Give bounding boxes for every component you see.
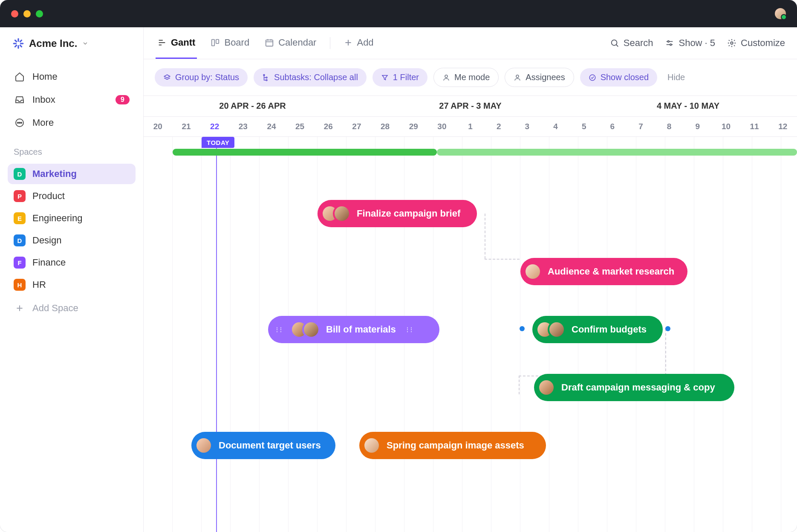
svg-point-1 [17,122,18,123]
gear-icon [727,38,736,48]
tab-calendar[interactable]: Calendar [263,28,318,59]
sprint-bar[interactable] [173,149,437,156]
nav-inbox-label: Inbox [32,94,55,105]
day-header[interactable]: 11 [740,117,769,136]
space-item-finance[interactable]: FFinance [8,252,136,273]
day-header[interactable]: 9 [683,117,712,136]
layers-icon [163,74,171,81]
day-header[interactable]: 29 [399,117,428,136]
space-item-hr[interactable]: HHR [8,275,136,295]
day-header[interactable]: 27 [343,117,371,136]
day-header[interactable]: 28 [371,117,399,136]
svg-point-15 [516,75,519,78]
minimize-window-icon[interactable] [23,10,31,17]
space-item-product[interactable]: PProduct [8,186,136,206]
task-bar[interactable]: Document target users [191,432,335,459]
check-circle-icon [589,74,596,81]
day-header[interactable]: 30 [428,117,456,136]
space-icon: H [14,279,26,291]
day-header[interactable]: 3 [513,117,542,136]
search-button[interactable]: Search [610,38,653,49]
space-label: Finance [32,257,66,268]
spaces-section-label: Spaces [0,134,143,162]
space-item-marketing[interactable]: DMarketing [8,164,136,184]
customize-button[interactable]: Customize [727,38,785,49]
workspace-switcher[interactable]: Acme Inc. [0,27,143,59]
assignee-avatar[interactable] [537,379,555,396]
day-header[interactable]: 25 [286,117,314,136]
plus-icon [14,304,26,312]
current-user-avatar[interactable] [775,8,786,19]
task-label: Confirm budgets [572,324,647,335]
task-bar[interactable]: Finalize campaign brief [318,200,477,227]
add-space-label: Add Space [32,303,78,314]
nav-more[interactable]: More [8,111,136,134]
day-header[interactable]: 1 [456,117,485,136]
person-icon [442,74,450,81]
filter-assignees[interactable]: Assignees [505,68,574,87]
space-label: Product [32,191,65,202]
day-header[interactable]: 22 [200,117,229,136]
day-header[interactable]: 23 [229,117,257,136]
day-header[interactable]: 26 [314,117,343,136]
search-icon [610,38,619,48]
day-header[interactable]: 4 [541,117,570,136]
board-icon [211,38,220,47]
assignee-avatar[interactable] [302,321,320,338]
assignee-avatar[interactable] [363,437,381,454]
nav-home[interactable]: Home [8,65,136,88]
inbox-badge: 9 [116,95,130,104]
assignee-avatar[interactable] [524,263,542,280]
svg-point-8 [668,41,670,43]
task-bar[interactable]: Draft campaign messaging & copy [534,374,734,401]
inbox-icon [14,95,26,105]
more-icon [14,118,26,128]
window-controls[interactable] [11,10,43,17]
svg-point-2 [19,122,20,123]
assignee-avatar[interactable] [548,321,566,338]
filter-hide[interactable]: Hide [667,72,685,82]
day-header[interactable]: 21 [172,117,201,136]
add-space-button[interactable]: Add Space [8,298,136,318]
milestone-dot[interactable] [520,326,525,331]
assignee-avatar[interactable] [333,205,351,223]
task-bar[interactable]: Audience & market research [520,258,687,285]
filter-me-mode[interactable]: Me mode [433,68,499,87]
space-item-engineering[interactable]: EEngineering [8,208,136,228]
task-bar[interactable]: Spring campaign image assets [359,432,546,459]
task-bar[interactable]: Confirm budgets [532,316,663,343]
filter-icon [381,74,389,81]
sprint-bar[interactable] [437,149,797,156]
tab-add[interactable]: Add [342,28,375,59]
svg-point-14 [445,75,448,78]
day-header[interactable]: 7 [627,117,655,136]
day-header[interactable]: 10 [712,117,740,136]
svg-rect-6 [266,40,273,46]
day-header[interactable]: 2 [485,117,513,136]
chevron-down-icon [82,40,88,46]
assignee-avatar[interactable] [195,437,213,454]
tab-board[interactable]: Board [209,28,251,59]
maximize-window-icon[interactable] [36,10,43,17]
day-header[interactable]: 5 [570,117,598,136]
week-header: 27 APR - 3 MAY [361,96,579,116]
task-bar[interactable]: Bill of materials [268,316,439,343]
filter-filters[interactable]: 1 Filter [373,68,427,87]
day-header[interactable]: 24 [257,117,286,136]
show-button[interactable]: Show · 5 [665,38,715,49]
day-header[interactable]: 8 [655,117,684,136]
svg-point-9 [670,44,672,46]
day-header[interactable]: 6 [598,117,627,136]
nav-inbox[interactable]: Inbox 9 [8,88,136,111]
filter-subtasks[interactable]: Subtasks: Collapse all [254,68,367,87]
close-window-icon[interactable] [11,10,18,17]
task-label: Audience & market research [548,266,674,277]
filter-show-closed[interactable]: Show closed [580,68,657,87]
day-header[interactable]: 20 [144,117,172,136]
milestone-dot[interactable] [665,326,670,331]
filter-group-by[interactable]: Group by: Status [155,68,248,87]
day-header[interactable]: 12 [768,117,797,136]
gantt-timeline[interactable]: 20 APR - 26 APR27 APR - 3 MAY4 MAY - 10 … [144,95,797,532]
space-item-design[interactable]: DDesign [8,230,136,251]
tab-gantt[interactable]: Gantt [156,28,197,59]
